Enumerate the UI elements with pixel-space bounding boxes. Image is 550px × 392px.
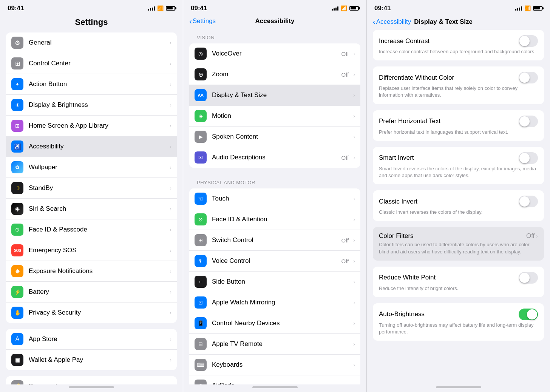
auto-brightness-toggle[interactable] xyxy=(519,309,538,320)
prefer-horizontal-toggle[interactable] xyxy=(519,116,538,127)
differentiate-desc: Replaces user interface items that rely … xyxy=(379,85,538,99)
classic-invert-item: Classic Invert Classic Invert reverses t… xyxy=(373,190,544,221)
settings-item-face-id[interactable]: ⊙ Face ID & Passcode › xyxy=(6,219,177,240)
settings-item-exposure[interactable]: ✸ Exposure Notifications › xyxy=(6,261,177,282)
classic-invert-toggle[interactable] xyxy=(519,196,538,207)
auto-brightness-label: Auto-Brightness xyxy=(379,310,425,318)
wallet-icon: ▣ xyxy=(11,354,23,366)
signal-icon-2 xyxy=(332,6,338,11)
settings-item-wallet[interactable]: ▣ Wallet & Apple Pay › xyxy=(6,350,177,370)
prefer-horizontal-item: Prefer Horizontal Text Prefer horizontal… xyxy=(373,110,544,141)
accessibility-item-apple-watch-mirroring[interactable]: ⊡ Apple Watch Mirroring › xyxy=(189,292,360,313)
face-id-attention-icon: ⊙ xyxy=(195,213,207,225)
panel-display-text-size: 09:41 📶 ‹ Accessibility Display & Text S… xyxy=(367,0,550,392)
accessibility-item-motion[interactable]: ◈ Motion › xyxy=(189,106,360,127)
back-button-settings[interactable]: ‹ Settings xyxy=(189,17,216,26)
smart-invert-group: Smart Invert Smart Invert reverses the c… xyxy=(373,147,544,184)
color-filters-item[interactable]: Color Filters Off › Color filters can be… xyxy=(373,227,544,260)
accessibility-item-touch[interactable]: ☜ Touch › xyxy=(189,188,360,209)
accessibility-item-control-nearby[interactable]: 📱 Control Nearby Devices › xyxy=(189,313,360,334)
increase-contrast-label: Increase Contrast xyxy=(379,37,429,45)
display-brightness-label: Display & Brightness xyxy=(29,101,167,109)
differentiate-group: Differentiate Without Color Replaces use… xyxy=(373,66,544,104)
privacy-label: Privacy & Security xyxy=(29,309,167,316)
reduce-white-point-item: Reduce White Point Reduce the intensity … xyxy=(373,267,544,297)
back-chevron-2: ‹ xyxy=(189,17,192,26)
apple-watch-mirroring-label: Apple Watch Mirroring xyxy=(212,299,350,306)
accessibility-icon: ♿ xyxy=(11,140,23,153)
home-screen-icon: ⊞ xyxy=(11,120,23,132)
face-id-attention-label: Face ID & Attention xyxy=(212,216,350,223)
smart-invert-toggle[interactable] xyxy=(519,152,538,164)
passwords-icon: 🔑 xyxy=(11,380,23,384)
accessibility-item-zoom[interactable]: ⊕ Zoom Off › xyxy=(189,64,360,85)
signal-icon-3 xyxy=(515,6,522,11)
nav-title-3: Display & Text Size xyxy=(414,18,473,26)
back-label-3: Accessibility xyxy=(376,18,411,26)
accessibility-item-side-button[interactable]: ← Side Button › xyxy=(189,272,360,292)
accessibility-item-voice-control[interactable]: 🎙 Voice Control Off › xyxy=(189,251,360,272)
increase-contrast-toggle[interactable] xyxy=(519,35,538,47)
wifi-icon-3: 📶 xyxy=(524,5,531,11)
signal-icon-1 xyxy=(148,6,155,11)
standby-label: StandBy xyxy=(29,184,167,192)
settings-item-accessibility[interactable]: ♿ Accessibility › xyxy=(6,136,177,157)
time-1: 09:41 xyxy=(8,5,24,12)
display-brightness-icon: ☀ xyxy=(11,99,23,111)
airpods-label: AirPods xyxy=(212,382,350,384)
settings-item-battery[interactable]: ⚡ Battery › xyxy=(6,282,177,302)
spoken-content-label: Spoken Content xyxy=(212,133,350,140)
settings-item-home-screen[interactable]: ⊞ Home Screen & App Library › xyxy=(6,116,177,136)
accessibility-item-display-text-size[interactable]: AA Display & Text Size › xyxy=(189,85,360,106)
physical-motor-header: PHYSICAL AND MOTOR xyxy=(189,174,360,188)
accessibility-item-keyboards[interactable]: ⌨ Keyboards › xyxy=(189,355,360,375)
action-button-label: Action Button xyxy=(29,80,167,88)
zoom-icon: ⊕ xyxy=(195,68,207,80)
battery-icon-1 xyxy=(166,6,175,11)
classic-invert-label: Classic Invert xyxy=(379,198,417,205)
settings-item-control-center[interactable]: ⊞ Control Center › xyxy=(6,53,177,74)
auto-brightness-desc: Turning off auto-brightness may affect b… xyxy=(379,322,538,335)
prefer-horizontal-label: Prefer Horizontal Text xyxy=(379,117,440,125)
accessibility-item-spoken-content[interactable]: ▶ Spoken Content › xyxy=(189,127,360,147)
apple-watch-mirroring-icon: ⊡ xyxy=(195,296,207,309)
settings-item-display-brightness[interactable]: ☀ Display & Brightness › xyxy=(6,95,177,116)
settings-item-wallpaper[interactable]: ✿ Wallpaper › xyxy=(6,157,177,178)
settings-item-action-button[interactable]: ✦ Action Button › xyxy=(6,74,177,95)
voiceover-value: Off xyxy=(341,51,349,57)
back-label-2: Settings xyxy=(193,17,216,25)
settings-item-general[interactable]: ⚙ General › xyxy=(6,32,177,53)
wallpaper-icon: ✿ xyxy=(11,161,23,173)
accessibility-item-face-id-attention[interactable]: ⊙ Face ID & Attention › xyxy=(189,209,360,230)
accessibility-item-apple-tv-remote[interactable]: ⊟ Apple TV Remote › xyxy=(189,334,360,355)
settings-item-emergency-sos[interactable]: SOS Emergency SOS › xyxy=(6,240,177,261)
settings-group-1: ⚙ General › ⊞ Control Center › ✦ Action … xyxy=(6,32,177,323)
control-center-icon: ⊞ xyxy=(11,57,23,69)
settings-group-2: A App Store › ▣ Wallet & Apple Pay › xyxy=(6,329,177,370)
smart-invert-item: Smart Invert Smart Invert reverses the c… xyxy=(373,147,544,184)
settings-item-passwords[interactable]: 🔑 Passwords › xyxy=(6,376,177,384)
motion-label: Motion xyxy=(212,112,350,120)
accessibility-item-airpods[interactable]: ◎ AirPods › xyxy=(189,375,360,384)
accessibility-label: Accessibility xyxy=(29,143,167,150)
exposure-icon: ✸ xyxy=(11,265,23,277)
settings-item-siri[interactable]: ◉ Siri & Search › xyxy=(6,199,177,219)
accessibility-item-voiceover[interactable]: ◎ VoiceOver Off › xyxy=(189,43,360,64)
reduce-white-point-toggle[interactable] xyxy=(519,272,538,284)
back-button-accessibility[interactable]: ‹ Accessibility xyxy=(373,17,411,26)
time-2: 09:41 xyxy=(191,5,207,12)
settings-item-app-store[interactable]: A App Store › xyxy=(6,329,177,350)
accessibility-item-audio-desc[interactable]: ✉ Audio Descriptions Off › xyxy=(189,147,360,168)
screen-title-settings: Settings xyxy=(0,14,183,32)
accessibility-item-switch-control[interactable]: ⊞ Switch Control Off › xyxy=(189,230,360,251)
color-filters-label: Color Filters xyxy=(379,232,414,240)
differentiate-toggle[interactable] xyxy=(519,72,538,83)
voice-control-value: Off xyxy=(341,258,349,264)
settings-item-privacy[interactable]: ✋ Privacy & Security › xyxy=(6,302,177,323)
status-bar-1: 09:41 📶 xyxy=(0,0,183,14)
settings-item-standby[interactable]: ☽ StandBy › xyxy=(6,178,177,199)
reduce-white-point-desc: Reduce the intensity of bright colors. xyxy=(379,285,538,292)
face-id-icon: ⊙ xyxy=(11,224,23,236)
app-store-label: App Store xyxy=(29,335,167,343)
action-button-icon: ✦ xyxy=(11,78,23,90)
